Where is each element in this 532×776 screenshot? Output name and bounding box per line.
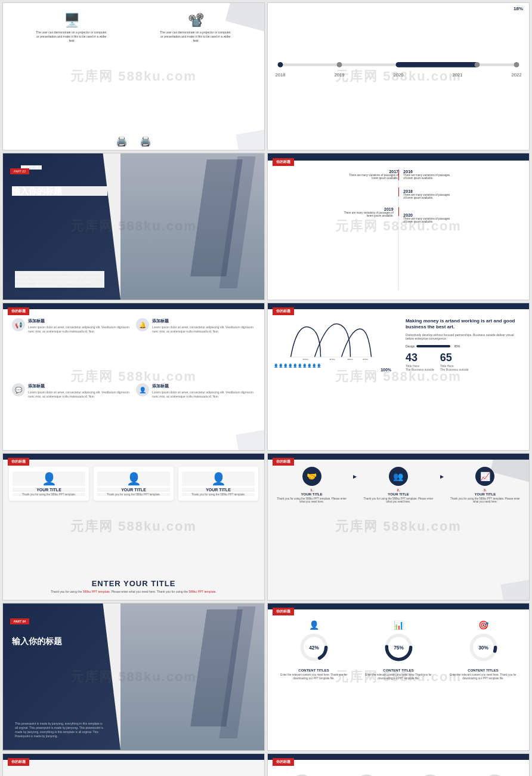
donut-title-3: CONTENT TITLES [443, 669, 523, 672]
item-desc-3: Lorem ipsum dolor sit amet, consectetur … [28, 390, 131, 398]
stats-right: Making money is artand working is art an… [406, 318, 523, 371]
step-num-1: 1. [274, 488, 349, 492]
ring-svg-3: 📊 [417, 772, 444, 777]
card-desc-2: Thank you for using the 588ku PPT templa… [97, 493, 170, 497]
bottom-icon2: 🖨️ [140, 136, 151, 147]
person-card-3: 👤 YOUR TITLE Thank you for using the 588… [178, 467, 258, 501]
bar-val: 95% [454, 344, 460, 348]
svg-text:2022: 2022 [511, 72, 521, 78]
part-title-zh: 输入你的标题 [12, 186, 107, 196]
slide-barchart: 18% 2018 2019 2020 2021 2022 元库网 588ku.c… [267, 2, 530, 150]
numbers-row: 43 Tittle Here The Business outside 65 T… [406, 352, 523, 371]
badge-s3: 你的标题 [8, 307, 29, 315]
card-desc-3: Thank you for using the 588ku PPT templa… [182, 493, 255, 497]
donut-icon-1: 👤 [274, 620, 354, 630]
donut-svg-1: 42% [298, 631, 330, 664]
slide-rings: 你的标题 🔔 标题文字添加 The user can demonstrate o… [267, 753, 530, 777]
step-desc-3: Thank you for using the 588ku PPT templa… [447, 497, 523, 504]
projector-icon: 🖥️ [64, 13, 80, 28]
num-block-2: 65 Tittle Here The Business outside [440, 352, 469, 371]
svg-text:30%: 30% [478, 645, 488, 651]
icon-content-1: 添加标题 Lorem ipsum dolor sit amet, consect… [28, 318, 131, 333]
ring-2: 🔍 标题文字添加 The user can demonstrate on a p… [335, 772, 398, 777]
icon-item-3: 💬 添加标题 Lorem ipsum dolor sit amet, conse… [12, 383, 131, 444]
projector-icon2: 📽️ [188, 13, 204, 28]
tl-2018: 2018 There are many variations of passag… [403, 189, 451, 201]
icon-circle-4: 👤 [136, 383, 149, 396]
item-desc-1: Lorem ipsum dolor sit amet, consectetur … [28, 325, 131, 333]
top-bar-s3 [3, 303, 264, 309]
text-2019: There are many variations of passages of… [340, 211, 394, 218]
slide-3steps: 你的标题 🤝 1. YOUR TITLE Thank you for using… [267, 453, 530, 601]
slide-projector-left: 🖥️ The user can demonstrate on a project… [2, 2, 265, 150]
donut-1: 👤 42% CONTENT TITLES Enter the relevant … [274, 620, 354, 680]
top-bar [268, 153, 529, 161]
text-2016: There are many variations of passages of… [403, 174, 451, 181]
icon-content-4: 添加标题 Lorem ipsum dolor sit amet, consect… [152, 383, 255, 398]
arrow-1: ▶ [353, 474, 357, 479]
tl-2016: 2016 There are many variations of passag… [403, 170, 451, 181]
top-bar-s9 [3, 754, 264, 760]
svg-text:2019: 2019 [334, 72, 344, 78]
donut-icon-3: 🎯 [443, 620, 523, 630]
donut-title-2: CONTENT TITLES [358, 669, 438, 672]
top-bar-s4 [268, 303, 529, 309]
year-2020: 2020 [403, 213, 451, 217]
slide-part04: PART 04 输入你的标题 This powerpoint is made b… [2, 603, 265, 751]
step-num-2: 2. [360, 488, 436, 492]
step-icon-2: 👥 [389, 467, 408, 486]
item-title-1: 添加标题 [28, 318, 131, 324]
step-1: 🤝 1. YOUR TITLE Thank you for using the … [274, 467, 349, 504]
item-title-3: 添加标题 [28, 383, 131, 389]
text-2020: There are many variations of passages of… [403, 217, 451, 224]
year-2017: 2017 [345, 170, 398, 174]
slide-part03: PART 03 PART 03 输入你的标题 This powerpoint i… [2, 153, 265, 301]
slide-stats: 你的标题 90% 50% 65% 40% 👤👤 👤👤 👤👤 👤👤 [267, 303, 530, 451]
icon-circle-1: 📢 [12, 318, 25, 331]
bottom-section: ENTER YOUR TITLE Thank you for using the… [9, 579, 258, 594]
year-2019: 2019 [340, 207, 394, 211]
tl-line-2016 [398, 170, 399, 180]
bell-chart: 90% 50% 65% 40% 👤👤 👤👤 👤👤 👤👤 👤👤 100% [274, 318, 391, 372]
num-label2-43: The Business outside [406, 368, 434, 371]
badge-s10: 你的标题 [273, 758, 294, 766]
ring-3: 📊 标题文字添加 The user can demonstrate on a p… [400, 772, 462, 777]
deco-tr [481, 454, 529, 489]
big-title: Making money is artand working is art an… [406, 318, 523, 331]
watermark7: 元库网 588ku.com [70, 518, 197, 535]
line-chart-area: 20 15 10 5 0 0 2 4 6 8 [9, 767, 258, 777]
year-2016: 2016 [403, 170, 451, 174]
icon-content-3: 添加标题 Lorem ipsum dolor sit amet, consect… [28, 383, 131, 398]
card-desc-1: Thank you for using the 588ku PPT templa… [13, 493, 85, 497]
text-2017: There are many variations of passages of… [345, 174, 398, 181]
people-icons: 👤👤 👤👤 👤👤 👤👤 👤👤 [274, 364, 391, 368]
card-title-3: YOUR TITLE [182, 488, 255, 492]
slide-donuts: 你的标题 👤 42% CONTENT TITLES Enter the rele… [267, 603, 530, 751]
svg-text:2021: 2021 [452, 72, 462, 78]
bar-label: Design [406, 344, 415, 348]
badge-s6: 你的标题 [273, 458, 294, 466]
icon-grid: 📢 添加标题 Lorem ipsum dolor sit amet, conse… [12, 318, 255, 444]
donut-svg-2: 75% [382, 631, 415, 664]
badge-s8: 你的标题 [273, 608, 294, 615]
tl-line-2018 [398, 187, 399, 196]
num-label2-65: The Business outside [440, 368, 469, 371]
part04-badge: PART 04 [10, 618, 29, 624]
item-title-4: 添加标题 [152, 383, 255, 389]
svg-point-6 [514, 62, 519, 67]
slide-icon-list: 你的标题 📢 添加标题 Lorem ipsum dolor sit amet, … [2, 303, 265, 451]
card-title-1: YOUR TITLE [13, 488, 85, 492]
projector-desc: The user can demonstrate on a projector … [36, 30, 107, 43]
step-title-2: YOUR TITLE [360, 492, 436, 496]
timeline-area: 2016 There are many variations of passag… [274, 167, 523, 294]
slide-grid: 🖥️ The user can demonstrate on a project… [0, 0, 532, 776]
num-43: 43 [406, 352, 434, 364]
deco-br [493, 576, 529, 600]
slide-person-cards: 你的标题 👤 YOUR TITLE Thank you for using th… [2, 453, 265, 601]
slide-timeline: 你的标题 2016 There are many variations of p… [267, 153, 530, 301]
donut-title-1: CONTENT TITLES [274, 669, 354, 672]
donut-desc-3: Enter the relevant content you need here… [443, 673, 523, 680]
step-2: 👥 2. YOUR TITLE Thank you for using the … [360, 467, 436, 504]
icon-item-1: 📢 添加标题 Lorem ipsum dolor sit amet, conse… [12, 318, 131, 378]
arrow-2: ▶ [440, 474, 444, 479]
